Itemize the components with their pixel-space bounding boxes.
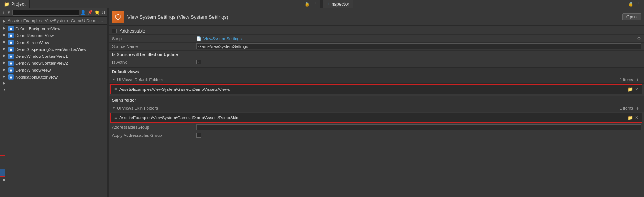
source-name-input[interactable] (196, 43, 641, 49)
breadcrumb-assets[interactable]: Assets (8, 18, 20, 23)
is-source-row: Is Source will be filled on Update (109, 51, 644, 58)
file-notification[interactable]: ▣ NotificationButtonView (5, 74, 107, 80)
apply-addressables-row: Apply Addressables Group (109, 131, 644, 139)
info-icon: ℹ (327, 2, 329, 7)
drag-icon: ≡ (114, 115, 117, 120)
file-demosuspending[interactable]: ▣ DemoSuspendingScreenWindowView (5, 46, 107, 53)
filter-icon[interactable]: 👤 (81, 10, 86, 15)
delete-icon[interactable]: ✕ (635, 115, 639, 120)
add-skin-btn[interactable]: + (635, 105, 641, 111)
is-active-label: Is Active (112, 60, 196, 64)
tree-item-viewmodels[interactable]: 📁 ViewModels (0, 121, 5, 128)
search-input[interactable] (12, 10, 79, 16)
is-active-checkbox[interactable] (196, 60, 201, 64)
tree-item-scenarios[interactable]: ▶ 📁 Scenarios (0, 66, 5, 73)
breadcrumb-examples[interactable]: Examples (23, 18, 42, 23)
file-demoscreen[interactable]: ▣ DemoScreenView (5, 39, 107, 46)
source-name-label: Source Name (112, 44, 196, 49)
tree-item-skipframe[interactable]: ▶ 📁 SkipFrameTest (0, 73, 5, 80)
tree-item-views-selected[interactable]: 📁 Views (0, 169, 5, 176)
skins-folder-label: Skins folder (112, 98, 136, 102)
tree-item-tools[interactable]: ▶ 📁 Tools (0, 80, 5, 87)
project-tab[interactable]: 📁 Project (0, 0, 30, 8)
drag-icon: ≡ (114, 87, 117, 92)
tree-item-atlases[interactable]: ▶ 📁 Atlases (0, 100, 5, 107)
tree-item-views1[interactable]: 📁 Views (0, 128, 5, 135)
file-icon: ▣ (8, 40, 14, 45)
tree-item-remotedata[interactable]: ▶ 📁 RemoteData (0, 59, 5, 66)
tree-item-runtime[interactable]: ▶ 📁 Runtime (0, 176, 5, 183)
inspector-menu-icon[interactable]: ⋮ (636, 2, 642, 7)
ui-views-default-subsection[interactable]: ▼ Ui Views Default Folders 1 items + (109, 76, 644, 84)
file-democontent1[interactable]: ▣ DemoWindowContentView1 (5, 53, 107, 60)
tree-item-nestedviews[interactable]: 📁 NestedViews (0, 163, 5, 169)
source-name-row: Source Name (109, 43, 644, 51)
file-demowindow[interactable]: ▣ DemoWindowView (5, 67, 107, 74)
views-path-actions: 📁 ✕ (628, 87, 639, 92)
tree-item-assets1[interactable]: ▶ 📁 Assets (0, 94, 5, 100)
script-settings-icon[interactable]: ⚙ (637, 36, 641, 41)
folder-browse-icon[interactable]: 📁 (628, 87, 633, 92)
default-views-section: Default views (109, 67, 644, 76)
file-label: DemoWindowContentView2 (15, 61, 68, 66)
tree-item-assets2[interactable]: 📁 Assets (0, 114, 5, 121)
ui-views-skin-subsection[interactable]: ▼ Ui Views Skin Folders 1 items + (109, 104, 644, 112)
ui-views-skin-label: Ui Views Skin Folders (117, 106, 158, 110)
tree-item-contextviews[interactable]: ▼ 📁 ContextViews (0, 107, 5, 114)
tree-item-viewsystem[interactable]: ▼ 📁 ViewSystem (0, 87, 5, 94)
tree-item-demoskin[interactable]: 📁 DemoSkin (0, 156, 5, 163)
tree-item-core[interactable]: ▶ 📁 Core (0, 18, 5, 25)
skin-path-text: Assets/Examples/ViewSystem/GameUiDemo/As… (119, 115, 625, 120)
script-value: 📄 ViewSystemSettings ⚙ (196, 36, 641, 41)
tree-item-editor[interactable]: ▶ 📁 Editor (0, 25, 5, 31)
file-defaultbackground[interactable]: ▣ DefaultBackgroundView (5, 25, 107, 32)
script-label: Script (112, 36, 196, 41)
views-path-row: ≡ Assets/Examples/ViewSystem/GameUiDemo/… (110, 84, 642, 94)
add-icon[interactable]: + (2, 10, 5, 15)
tree-item-gameuidemo[interactable]: ▼ 📁 GameUiDemo (0, 135, 5, 142)
pin-icon[interactable]: 📌 (87, 10, 93, 15)
inspector-tab[interactable]: ℹ Inspector (323, 0, 353, 8)
tree-item-playmaker[interactable]: ▶ 📁 PlayMaker (0, 52, 5, 59)
add-default-btn[interactable]: + (635, 77, 641, 83)
breadcrumb-viewsystem[interactable]: ViewSystem (45, 18, 68, 23)
tree-item-generatedtests[interactable]: ▶ 📁 GeneratedAssetsTests (0, 38, 5, 45)
breadcrumb-bar: Assets › Examples › ViewSystem › GameUiD… (5, 17, 107, 25)
delete-icon[interactable]: ✕ (635, 87, 639, 92)
file-icon: ▣ (8, 74, 14, 80)
apply-addressables-checkbox[interactable] (196, 133, 201, 138)
file-label: DemoWindowView (15, 68, 51, 72)
addressables-group-value (196, 124, 641, 130)
tree-item-objectpool[interactable]: ▶ 📁 ObjectPool (0, 45, 5, 52)
script-name[interactable]: ViewSystemSettings (203, 36, 242, 41)
breadcrumb-gameuidemo[interactable]: GameUiDemo (71, 18, 98, 23)
folder-browse-icon[interactable]: 📁 (628, 115, 633, 120)
tree-item-assets3[interactable]: ▼ 📁 Assets (0, 142, 5, 149)
addressable-checkbox[interactable] (112, 29, 117, 33)
inspector-tab-icons: 🔒 ⋮ (628, 0, 644, 8)
skin-path-actions: 📁 ✕ (628, 115, 639, 120)
addressables-group-input[interactable] (196, 124, 641, 130)
asset-title: View System Settings (View System Settin… (127, 14, 228, 20)
skins-folder-section: Skins folder (109, 96, 644, 104)
top-bar: 📁 Project 🔒 ⋮ ℹ Inspector 🔒 ⋮ (0, 0, 644, 8)
open-button[interactable]: Open (622, 13, 641, 20)
tree-item-art[interactable]: 📁 Art (0, 149, 5, 156)
file-label: DefaultBackgroundView (15, 26, 60, 31)
tree-item-gameflow[interactable]: ▶ 📁 GameFlowExamples (0, 31, 5, 38)
lock-icon[interactable]: 🔒 (304, 2, 311, 7)
is-source-label: Is Source will be filled on Update (112, 52, 196, 57)
breadcrumb-more[interactable]: … (100, 18, 105, 23)
main-layout: + ▾ 👤 📌 ⭐ 31 ▶ 📁 Core ▶ 📁 Editor (0, 8, 644, 197)
file-icon: ▣ (8, 54, 14, 59)
star-icon[interactable]: ⭐ (94, 10, 100, 15)
file-demoresource[interactable]: ▣ DemoResourceView (5, 32, 107, 39)
files-section: Assets › Examples › ViewSystem › GameUiD… (5, 17, 107, 197)
folder-icon: 📁 (4, 2, 10, 7)
file-democontent2[interactable]: ▣ DemoWindowContentView2 (5, 60, 107, 67)
menu-icon[interactable]: ⋮ (312, 2, 318, 7)
default-views-label: Default views (112, 69, 139, 74)
ui-views-default-label: Ui Views Default Folders (117, 77, 163, 82)
inspector-lock-icon[interactable]: 🔒 (628, 2, 634, 7)
add-dropdown-icon[interactable]: ▾ (7, 10, 11, 15)
